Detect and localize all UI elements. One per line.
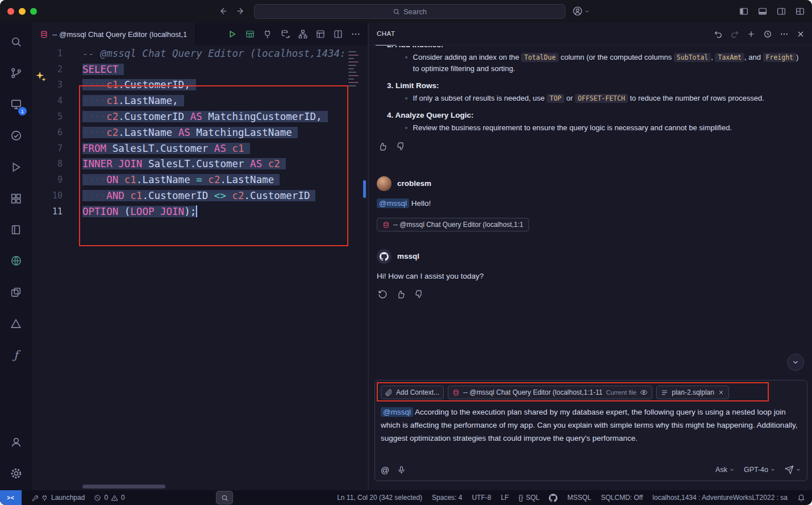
toggle-sidebar-left-icon[interactable]	[739, 6, 749, 16]
thumbs-down-icon[interactable]	[396, 142, 406, 151]
editor-toolbar	[227, 23, 361, 45]
eol[interactable]: LF	[501, 494, 509, 502]
sidebar-item-web[interactable]	[0, 245, 32, 276]
code-line[interactable]: 10····AND c1.CustomerID <> c2.CustomerID	[32, 188, 368, 204]
sidebar-item-functions[interactable]: ƒ	[0, 339, 32, 370]
send-button[interactable]	[785, 465, 801, 474]
sidebar-item-accounts[interactable]	[0, 427, 32, 458]
sidebar-item-notebooks[interactable]	[0, 214, 32, 245]
code-line[interactable]: 5····c2.CustomerID AS MatchingCustomerID…	[32, 109, 368, 125]
sidebar-item-azure[interactable]	[0, 308, 32, 339]
sidebar-item-extensions[interactable]	[0, 183, 32, 214]
code-line[interactable]: 6····c2.LastName AS MatchingLastName	[32, 125, 368, 140]
sqlcmd-item[interactable]: SQLCMD: Off	[601, 494, 643, 502]
github-icon[interactable]	[549, 494, 557, 502]
mssql-item[interactable]: MSSQL	[567, 494, 591, 502]
assistant-name: mssql	[397, 251, 419, 262]
code-text: ····c2.LastName AS MatchingLastName	[82, 127, 298, 138]
tab-chat[interactable]: CHAT	[376, 23, 396, 45]
split-editor-icon[interactable]	[333, 29, 343, 39]
sidebar-item-run-debug[interactable]	[0, 151, 32, 183]
model-selector[interactable]: GPT-4o	[744, 466, 776, 474]
code-line[interactable]: 9····ON c1.LastName = c2.LastName	[32, 172, 368, 188]
eye-icon[interactable]	[640, 388, 648, 396]
code-line[interactable]: 2SELECT	[32, 61, 368, 77]
sidebar-item-settings[interactable]	[0, 458, 32, 489]
context-file-chip[interactable]: -- @mssql Chat Query Editor (localhost,1…	[448, 386, 652, 399]
accounts-menu[interactable]	[572, 6, 590, 16]
attached-file-chip[interactable]: -- @mssql Chat Query Editor (localhost,1…	[377, 218, 529, 231]
launchpad-item[interactable]: Launchpad	[31, 494, 85, 502]
inline-code: TOP	[547, 94, 564, 103]
encoding[interactable]: UTF-8	[472, 494, 491, 502]
editor-tab[interactable]: -- @mssql Chat Query Editor (localhost,1	[32, 23, 195, 45]
code-line[interactable]: 3····c1.CustomerID,	[32, 77, 368, 93]
chat-input-text[interactable]: @mssql According to the execution plan s…	[381, 405, 801, 460]
context-plan-chip[interactable]: plan-2.sqlplan	[656, 386, 729, 399]
back-icon[interactable]	[218, 6, 228, 16]
language-mode[interactable]: {} SQL	[518, 494, 539, 502]
code-line[interactable]: 4····c1.LastName,	[32, 93, 368, 109]
minimap[interactable]	[348, 49, 361, 89]
schema-visualizer-icon[interactable]	[298, 29, 308, 39]
notebook-icon	[10, 223, 22, 236]
sidebar-item-search[interactable]	[0, 26, 32, 57]
code-line[interactable]: 7FROM SalesLT.Customer AS c1	[32, 140, 368, 156]
thumbs-down-icon[interactable]	[414, 289, 424, 299]
remove-context-icon[interactable]	[718, 389, 724, 396]
command-center-search[interactable]: Search	[254, 4, 565, 19]
undo-icon[interactable]	[714, 30, 723, 39]
bell-icon[interactable]	[797, 494, 805, 502]
connection-item[interactable]: localhost,1434 : AdventureWorksLT2022 : …	[652, 494, 788, 502]
redo-icon[interactable]	[730, 30, 739, 39]
sidebar-item-remote-explorer[interactable]: 1	[0, 89, 32, 120]
results-grid-icon[interactable]	[245, 29, 255, 39]
indentation[interactable]: Spaces: 4	[432, 494, 462, 502]
more-actions-icon[interactable]	[351, 29, 361, 39]
run-query-icon[interactable]	[227, 29, 238, 39]
chat-input-container[interactable]: Add Context... -- @mssql Chat Query Edit…	[374, 380, 807, 481]
chat-input-controls: @ Ask GPT-4o	[381, 462, 801, 477]
close-icon[interactable]	[796, 30, 805, 39]
zoom-button[interactable]	[216, 491, 233, 504]
mention-at-icon[interactable]: @	[381, 465, 389, 475]
overview-ruler-indicator[interactable]	[363, 180, 366, 198]
thumbs-up-icon[interactable]	[396, 289, 406, 299]
sidebar-item-testing[interactable]	[0, 120, 32, 151]
wrench-icon	[31, 494, 38, 502]
customize-layout-icon[interactable]	[795, 6, 805, 16]
history-icon[interactable]	[763, 30, 772, 39]
connect-plug-icon[interactable]	[263, 29, 273, 39]
bullet-marker: ◦	[405, 52, 408, 74]
forward-icon[interactable]	[236, 6, 245, 16]
copilot-sparkle-icon[interactable]	[35, 71, 47, 83]
bullet-marker: ◦	[405, 93, 408, 104]
sidebar-item-source-control[interactable]	[0, 57, 32, 89]
horizontal-scrollbar[interactable]	[82, 485, 165, 489]
change-database-icon[interactable]	[280, 29, 290, 39]
toggle-panel-icon[interactable]	[757, 6, 768, 16]
close-window-button[interactable]	[7, 8, 14, 15]
problems-item[interactable]: 0 0	[94, 494, 124, 502]
gear-icon	[10, 467, 23, 480]
code-line[interactable]: 8INNER JOIN SalesLT.Customer AS c2	[32, 156, 368, 172]
new-chat-icon[interactable]	[747, 30, 756, 39]
code-line[interactable]: 1-- @mssql Chat Query Editor (localhost,…	[32, 45, 368, 61]
thumbs-up-icon[interactable]	[378, 142, 388, 151]
mode-selector[interactable]: Ask	[715, 466, 735, 474]
add-context-button[interactable]: Add Context...	[381, 386, 444, 399]
cursor-position[interactable]: Ln 11, Col 20 (342 selected)	[337, 494, 422, 502]
scroll-to-bottom-button[interactable]	[787, 354, 804, 371]
regenerate-icon[interactable]	[378, 289, 388, 299]
context-file-note: Current file	[606, 389, 636, 396]
table-designer-icon[interactable]	[315, 29, 326, 39]
minimize-window-button[interactable]	[19, 8, 26, 15]
more-actions-icon[interactable]	[780, 30, 789, 39]
sidebar-item-windows[interactable]	[0, 276, 32, 308]
remote-indicator[interactable]: ><	[0, 490, 22, 505]
toggle-sidebar-right-icon[interactable]	[776, 6, 786, 16]
code-line[interactable]: 11OPTION (LOOP JOIN);	[32, 204, 368, 220]
zoom-window-button[interactable]	[30, 8, 37, 15]
microphone-icon[interactable]	[397, 466, 406, 474]
code-editor[interactable]: 1-- @mssql Chat Query Editor (localhost,…	[32, 45, 368, 490]
